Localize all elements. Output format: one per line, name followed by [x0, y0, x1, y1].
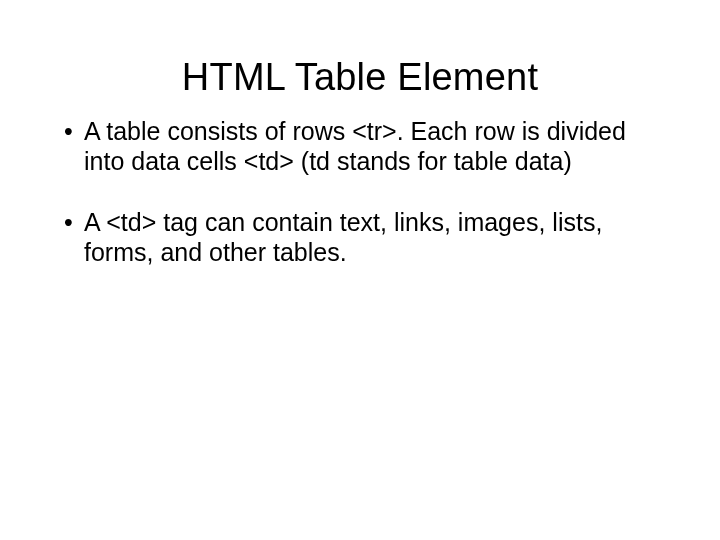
slide: HTML Table Element A table consists of r…: [0, 0, 720, 540]
bullet-item: A table consists of rows <tr>. Each row …: [64, 117, 672, 176]
bullet-list: A table consists of rows <tr>. Each row …: [40, 117, 680, 267]
bullet-item: A <td> tag can contain text, links, imag…: [64, 208, 672, 267]
slide-title: HTML Table Element: [40, 56, 680, 99]
